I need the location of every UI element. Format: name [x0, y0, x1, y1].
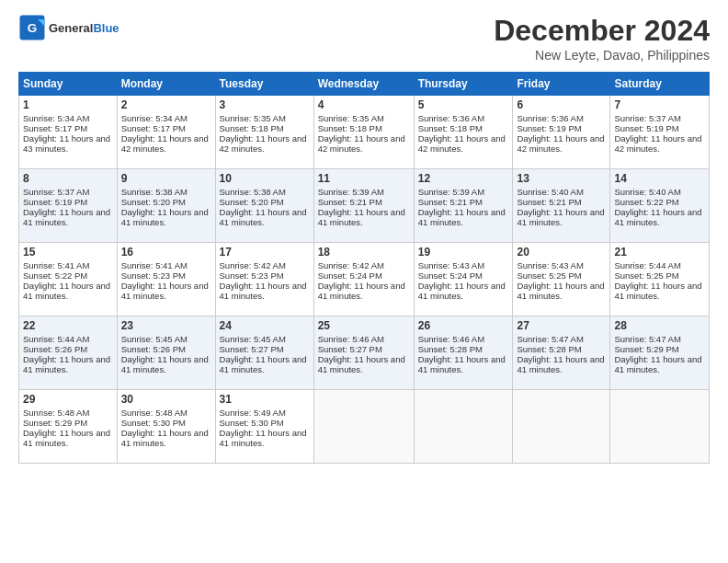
calendar: Sunday Monday Tuesday Wednesday Thursday…	[18, 72, 710, 464]
table-row: 30Sunrise: 5:48 AMSunset: 5:30 PMDayligh…	[117, 390, 215, 464]
table-row: 20Sunrise: 5:43 AMSunset: 5:25 PMDayligh…	[513, 243, 610, 316]
daylight-text: Daylight: 11 hours and 41 minutes.	[418, 207, 506, 227]
col-monday: Monday	[117, 73, 215, 96]
table-row	[513, 390, 610, 464]
sunset-text: Sunset: 5:28 PM	[517, 344, 581, 354]
sunset-text: Sunset: 5:26 PM	[121, 344, 186, 354]
day-number: 24	[220, 319, 310, 332]
table-row: 24Sunrise: 5:45 AMSunset: 5:27 PMDayligh…	[215, 316, 313, 390]
day-number: 9	[121, 172, 211, 185]
logo-text: GeneralBlue	[49, 21, 119, 35]
day-number: 3	[220, 98, 310, 111]
table-row: 14Sunrise: 5:40 AMSunset: 5:22 PMDayligh…	[610, 169, 710, 243]
day-number: 2	[121, 98, 211, 111]
sunset-text: Sunset: 5:20 PM	[121, 197, 186, 207]
day-number: 20	[517, 246, 606, 259]
sunrise-text: Sunrise: 5:35 AM	[318, 113, 384, 123]
table-row: 1Sunrise: 5:34 AMSunset: 5:17 PMDaylight…	[19, 96, 118, 169]
daylight-text: Daylight: 11 hours and 41 minutes.	[23, 354, 110, 374]
sunset-text: Sunset: 5:21 PM	[517, 197, 581, 207]
sunrise-text: Sunrise: 5:48 AM	[121, 408, 188, 418]
sunrise-text: Sunrise: 5:45 AM	[121, 334, 188, 344]
svg-text:G: G	[28, 21, 38, 35]
table-row: 13Sunrise: 5:40 AMSunset: 5:21 PMDayligh…	[513, 169, 610, 243]
daylight-text: Daylight: 11 hours and 41 minutes.	[121, 207, 209, 227]
sunrise-text: Sunrise: 5:45 AM	[220, 334, 286, 344]
sunrise-text: Sunrise: 5:34 AM	[23, 113, 89, 123]
sunrise-text: Sunrise: 5:38 AM	[220, 187, 286, 197]
sunrise-text: Sunrise: 5:43 AM	[517, 260, 583, 270]
logo: G GeneralBlue	[18, 14, 119, 41]
table-row: 17Sunrise: 5:42 AMSunset: 5:23 PMDayligh…	[215, 243, 313, 316]
day-number: 18	[318, 246, 410, 259]
table-row: 31Sunrise: 5:49 AMSunset: 5:30 PMDayligh…	[215, 390, 313, 464]
sunrise-text: Sunrise: 5:44 AM	[23, 334, 89, 344]
sunrise-text: Sunrise: 5:49 AM	[220, 408, 286, 418]
sunrise-text: Sunrise: 5:39 AM	[418, 187, 484, 197]
daylight-text: Daylight: 11 hours and 41 minutes.	[220, 281, 307, 301]
calendar-header: Sunday Monday Tuesday Wednesday Thursday…	[19, 73, 710, 96]
day-number: 14	[614, 172, 705, 185]
daylight-text: Daylight: 11 hours and 41 minutes.	[318, 281, 405, 301]
daylight-text: Daylight: 11 hours and 41 minutes.	[23, 428, 110, 448]
day-number: 11	[318, 172, 410, 185]
sunset-text: Sunset: 5:30 PM	[121, 418, 186, 428]
col-saturday: Saturday	[610, 73, 710, 96]
daylight-text: Daylight: 11 hours and 41 minutes.	[517, 354, 604, 374]
sunset-text: Sunset: 5:27 PM	[220, 344, 284, 354]
sunrise-text: Sunrise: 5:41 AM	[121, 260, 188, 270]
sunrise-text: Sunrise: 5:37 AM	[614, 113, 680, 123]
table-row: 27Sunrise: 5:47 AMSunset: 5:28 PMDayligh…	[513, 316, 610, 390]
table-row: 19Sunrise: 5:43 AMSunset: 5:24 PMDayligh…	[414, 243, 513, 316]
daylight-text: Daylight: 11 hours and 41 minutes.	[517, 281, 604, 301]
daylight-text: Daylight: 11 hours and 41 minutes.	[23, 207, 110, 227]
col-tuesday: Tuesday	[215, 73, 313, 96]
table-row: 23Sunrise: 5:45 AMSunset: 5:26 PMDayligh…	[117, 316, 215, 390]
daylight-text: Daylight: 11 hours and 42 minutes.	[121, 133, 209, 154]
daylight-text: Daylight: 11 hours and 41 minutes.	[121, 354, 209, 374]
table-row: 18Sunrise: 5:42 AMSunset: 5:24 PMDayligh…	[313, 243, 414, 316]
logo-icon: G	[18, 14, 46, 41]
table-row	[313, 390, 414, 464]
daylight-text: Daylight: 11 hours and 41 minutes.	[318, 207, 405, 227]
day-number: 5	[418, 98, 509, 111]
day-number: 29	[23, 393, 113, 406]
day-number: 1	[23, 98, 113, 111]
daylight-text: Daylight: 11 hours and 42 minutes.	[220, 133, 307, 154]
sunrise-text: Sunrise: 5:34 AM	[121, 113, 188, 123]
table-row: 28Sunrise: 5:47 AMSunset: 5:29 PMDayligh…	[610, 316, 710, 390]
page-header: G GeneralBlue December 2024 New Leyte, D…	[18, 14, 710, 63]
day-number: 15	[23, 246, 113, 259]
daylight-text: Daylight: 11 hours and 41 minutes.	[614, 281, 701, 301]
daylight-text: Daylight: 11 hours and 42 minutes.	[318, 133, 405, 154]
sunset-text: Sunset: 5:24 PM	[318, 270, 382, 281]
sunset-text: Sunset: 5:28 PM	[418, 344, 483, 354]
sunrise-text: Sunrise: 5:42 AM	[220, 260, 286, 270]
sunset-text: Sunset: 5:25 PM	[614, 270, 678, 281]
table-row: 25Sunrise: 5:46 AMSunset: 5:27 PMDayligh…	[313, 316, 414, 390]
daylight-text: Daylight: 11 hours and 41 minutes.	[418, 281, 506, 301]
table-row: 6Sunrise: 5:36 AMSunset: 5:19 PMDaylight…	[513, 96, 610, 169]
sunset-text: Sunset: 5:27 PM	[318, 344, 382, 354]
daylight-text: Daylight: 11 hours and 41 minutes.	[220, 354, 307, 374]
sunrise-text: Sunrise: 5:35 AM	[220, 113, 286, 123]
sunrise-text: Sunrise: 5:42 AM	[318, 260, 384, 270]
table-row: 7Sunrise: 5:37 AMSunset: 5:19 PMDaylight…	[610, 96, 710, 169]
sunrise-text: Sunrise: 5:41 AM	[23, 260, 89, 270]
sunrise-text: Sunrise: 5:37 AM	[23, 187, 89, 197]
day-number: 22	[23, 319, 113, 332]
sunrise-text: Sunrise: 5:47 AM	[614, 334, 680, 344]
daylight-text: Daylight: 11 hours and 41 minutes.	[121, 428, 209, 448]
sunrise-text: Sunrise: 5:36 AM	[517, 113, 583, 123]
day-number: 30	[121, 393, 211, 406]
sunset-text: Sunset: 5:22 PM	[23, 270, 87, 281]
sunset-text: Sunset: 5:21 PM	[418, 197, 483, 207]
day-number: 13	[517, 172, 606, 185]
sunset-text: Sunset: 5:18 PM	[418, 123, 483, 133]
daylight-text: Daylight: 11 hours and 41 minutes.	[614, 354, 701, 374]
sunrise-text: Sunrise: 5:44 AM	[614, 260, 680, 270]
sunset-text: Sunset: 5:23 PM	[220, 270, 284, 281]
daylight-text: Daylight: 11 hours and 41 minutes.	[318, 354, 405, 374]
table-row: 15Sunrise: 5:41 AMSunset: 5:22 PMDayligh…	[19, 243, 118, 316]
sunset-text: Sunset: 5:23 PM	[121, 270, 186, 281]
